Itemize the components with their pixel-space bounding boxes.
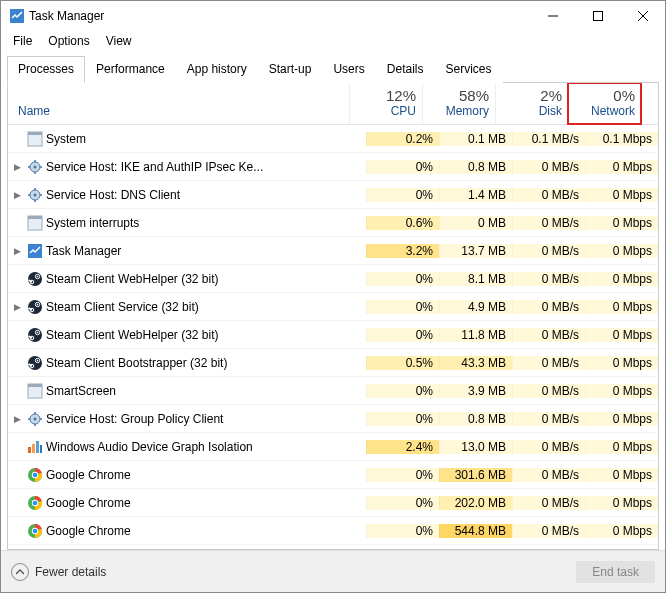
process-row[interactable]: ▶Service Host: DNS Client0%1.4 MB0 MB/s0… xyxy=(8,181,658,209)
steam-icon xyxy=(26,271,44,287)
process-name: Task Manager xyxy=(44,244,366,258)
process-row[interactable]: ▶Service Host: Group Policy Client0%0.8 … xyxy=(8,405,658,433)
end-task-button[interactable]: End task xyxy=(576,561,655,583)
process-name: Google Chrome xyxy=(44,524,366,538)
cpu-value: 0% xyxy=(366,188,439,202)
process-row[interactable]: Steam Client WebHelper (32 bit)0%11.8 MB… xyxy=(8,321,658,349)
svg-rect-20 xyxy=(28,216,42,219)
menu-view[interactable]: View xyxy=(98,32,140,50)
table-header: Name 12% CPU 58% Memory 2% Disk 0% Netwo… xyxy=(8,83,658,125)
cpu-value: 0.2% xyxy=(366,132,439,146)
taskmgr-icon xyxy=(26,243,44,259)
process-name: System xyxy=(44,132,366,146)
process-name: Steam Client Bootstrapper (32 bit) xyxy=(44,356,366,370)
gear-icon xyxy=(26,159,44,175)
expand-icon[interactable]: ▶ xyxy=(8,190,26,200)
disk-value: 0 MB/s xyxy=(512,160,585,174)
cpu-value: 0% xyxy=(366,300,439,314)
disk-value: 0 MB/s xyxy=(512,384,585,398)
network-value: 0 Mbps xyxy=(585,328,658,342)
disk-value: 0 MB/s xyxy=(512,272,585,286)
process-name: System interrupts xyxy=(44,216,366,230)
maximize-button[interactable] xyxy=(575,2,620,31)
memory-value: 1.4 MB xyxy=(439,188,512,202)
svg-rect-2 xyxy=(593,12,602,21)
app-icon xyxy=(9,8,25,24)
memory-value: 11.8 MB xyxy=(439,328,512,342)
tab-performance[interactable]: Performance xyxy=(85,56,176,83)
process-row[interactable]: ▶Task Manager3.2%13.7 MB0 MB/s0 Mbps xyxy=(8,237,658,265)
process-row[interactable]: Steam Client WebHelper (32 bit)0%8.1 MB0… xyxy=(8,265,658,293)
network-value: 0 Mbps xyxy=(585,244,658,258)
column-disk[interactable]: 2% Disk xyxy=(495,83,568,124)
network-value: 0 Mbps xyxy=(585,160,658,174)
process-row[interactable]: System0.2%0.1 MB0.1 MB/s0.1 Mbps xyxy=(8,125,658,153)
process-row[interactable]: SmartScreen0%3.9 MB0 MB/s0 Mbps xyxy=(8,377,658,405)
process-table: Name 12% CPU 58% Memory 2% Disk 0% Netwo… xyxy=(7,83,659,550)
memory-value: 544.8 MB xyxy=(439,524,512,538)
process-name: Service Host: DNS Client xyxy=(44,188,366,202)
window-title: Task Manager xyxy=(25,7,530,25)
footer: Fewer details End task xyxy=(1,550,665,592)
tab-details[interactable]: Details xyxy=(376,56,435,83)
process-row[interactable]: Google Chrome0%301.6 MB0 MB/s0 Mbps xyxy=(8,461,658,489)
expand-icon[interactable]: ▶ xyxy=(8,414,26,424)
disk-value: 0 MB/s xyxy=(512,496,585,510)
network-value: 0 Mbps xyxy=(585,524,658,538)
svg-rect-52 xyxy=(36,441,39,453)
tab-start-up[interactable]: Start-up xyxy=(258,56,323,83)
network-value: 0 Mbps xyxy=(585,356,658,370)
tab-users[interactable]: Users xyxy=(322,56,375,83)
column-name[interactable]: Name xyxy=(8,83,349,124)
svg-rect-6 xyxy=(28,132,42,135)
menu-bar: FileOptionsView xyxy=(1,31,665,51)
svg-point-45 xyxy=(34,417,37,420)
tab-processes[interactable]: Processes xyxy=(7,56,85,83)
memory-value: 4.9 MB xyxy=(439,300,512,314)
disk-value: 0 MB/s xyxy=(512,468,585,482)
process-row[interactable]: Windows Audio Device Graph Isolation2.4%… xyxy=(8,433,658,461)
steam-icon xyxy=(26,299,44,315)
cpu-value: 0% xyxy=(366,272,439,286)
process-name: Steam Client WebHelper (32 bit) xyxy=(44,328,366,342)
svg-rect-53 xyxy=(40,445,42,453)
process-row[interactable]: ▶Service Host: IKE and AuthIP IPsec Ke..… xyxy=(8,153,658,181)
process-name: Windows Audio Device Graph Isolation xyxy=(44,440,366,454)
audio-icon xyxy=(26,439,44,455)
memory-value: 0.8 MB xyxy=(439,412,512,426)
network-value: 0 Mbps xyxy=(585,496,658,510)
system-icon xyxy=(26,215,44,231)
process-row[interactable]: Google Chrome0%544.8 MB0 MB/s0 Mbps xyxy=(8,517,658,545)
expand-icon[interactable]: ▶ xyxy=(8,302,26,312)
network-value: 0.1 Mbps xyxy=(585,132,658,146)
svg-rect-51 xyxy=(32,444,35,453)
tab-services[interactable]: Services xyxy=(434,56,502,83)
close-button[interactable] xyxy=(620,2,665,31)
process-row[interactable]: ▶Steam Client Service (32 bit)0%4.9 MB0 … xyxy=(8,293,658,321)
svg-point-59 xyxy=(33,500,38,505)
expand-icon[interactable]: ▶ xyxy=(8,162,26,172)
process-list[interactable]: System0.2%0.1 MB0.1 MB/s0.1 Mbps▶Service… xyxy=(8,125,658,549)
svg-point-37 xyxy=(28,356,42,370)
column-network[interactable]: 0% Network xyxy=(568,83,641,124)
fewer-details-button[interactable]: Fewer details xyxy=(11,563,106,581)
process-row[interactable]: System interrupts0.6%0 MB0 MB/s0 Mbps xyxy=(8,209,658,237)
expand-icon[interactable]: ▶ xyxy=(8,246,26,256)
system-icon xyxy=(26,131,44,147)
disk-value: 0 MB/s xyxy=(512,412,585,426)
process-row[interactable]: Google Chrome0%202.0 MB0 MB/s0 Mbps xyxy=(8,489,658,517)
menu-file[interactable]: File xyxy=(5,32,40,50)
column-cpu[interactable]: 12% CPU xyxy=(349,83,422,124)
chevron-up-icon xyxy=(11,563,29,581)
tabs: ProcessesPerformanceApp historyStart-upU… xyxy=(7,55,659,83)
disk-value: 0 MB/s xyxy=(512,524,585,538)
process-row[interactable]: Steam Client Bootstrapper (32 bit)0.5%43… xyxy=(8,349,658,377)
process-name: Steam Client Service (32 bit) xyxy=(44,300,366,314)
tab-app-history[interactable]: App history xyxy=(176,56,258,83)
menu-options[interactable]: Options xyxy=(40,32,97,50)
gear-icon xyxy=(26,187,44,203)
minimize-button[interactable] xyxy=(530,2,575,31)
disk-value: 0 MB/s xyxy=(512,328,585,342)
column-memory[interactable]: 58% Memory xyxy=(422,83,495,124)
cpu-value: 0.6% xyxy=(366,216,439,230)
